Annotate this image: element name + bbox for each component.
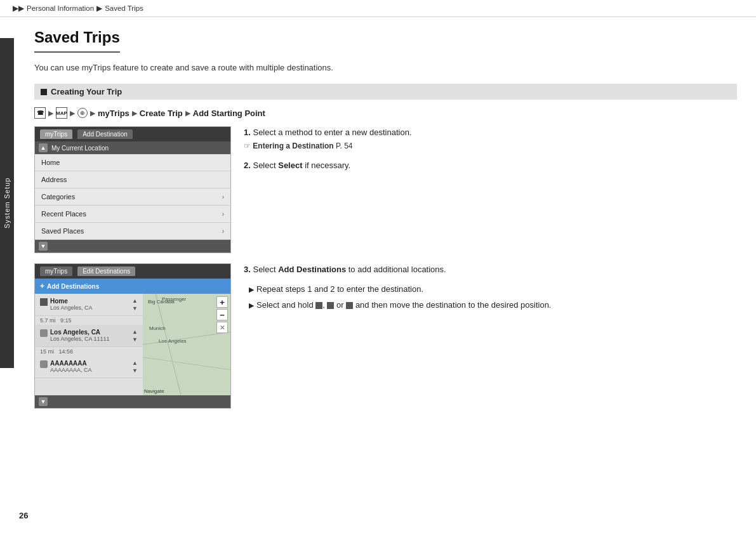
breadcrumb: ▶▶ Personal Information ▶ Saved Trips (0, 0, 756, 17)
nav-mytrips: myTrips (98, 109, 129, 118)
chevron-icon-recent: › (222, 211, 224, 218)
dest-arrow-down-3[interactable]: ▼ (132, 367, 138, 374)
menu-item-categories[interactable]: Categories › (35, 188, 230, 206)
bullet-arrow-2: ▶ (249, 300, 254, 312)
screen-bottom-bar-2: ▼ (35, 395, 230, 408)
map-close-btn[interactable]: ✕ (216, 322, 228, 333)
svg-line-1 (156, 294, 181, 395)
step-3-number: 3. (244, 265, 251, 274)
step-2-text-after: if necessary. (305, 161, 350, 170)
dest-meta-2: 15 mi 14:56 (35, 347, 143, 356)
screen-header-1: myTrips Add Destination (35, 127, 230, 141)
instructions-3: 3. Select Add Destinations to add additi… (244, 263, 737, 409)
dest-side-icons-3: ▲ ▼ (132, 360, 138, 374)
dest-arrow-down-1[interactable]: ▼ (132, 305, 138, 312)
step-3-text-after: to add additional locations. (348, 265, 446, 274)
map-area: Home Los Angeles, CA ▲ ▼ 5.7 mi 9:15 (35, 294, 230, 395)
step-3-bold: Add Destinations (278, 265, 346, 274)
step-3: 3. Select Add Destinations to add additi… (244, 263, 737, 277)
screen-body-1: Home Address Categories › Recent Places … (35, 154, 230, 253)
dest-arrow-up-2[interactable]: ▲ (132, 329, 138, 335)
step-1-text: Select a method to enter a new destinati… (253, 128, 411, 137)
map-icon: MAP (56, 107, 67, 119)
scroll-up-icon[interactable]: ▲ (39, 143, 48, 152)
dest-text-3: AAAAAAAA AAAAAAAA, CA (50, 360, 92, 373)
dest-item-2[interactable]: Los Angeles, CA Los Angeles, CA 11111 ▲ … (35, 325, 143, 347)
add-destinations-label[interactable]: Add Destinations (47, 283, 99, 290)
add-destinations-bar: + Add Destinations (35, 279, 230, 294)
icon-sym-3 (346, 302, 353, 309)
dest-item-1[interactable]: Home Los Angeles, CA ▲ ▼ (35, 294, 143, 316)
section-heading-text: Creating Your Trip (51, 87, 122, 96)
dest-item-3[interactable]: AAAAAAAA AAAAAAAA, CA ▲ ▼ (35, 356, 143, 378)
section-heading: Creating Your Trip (34, 84, 737, 100)
icon-sym-2 (327, 302, 334, 309)
map-btn-group: + − ✕ (216, 296, 228, 333)
dest-side-icons-2: ▲ ▼ (132, 329, 138, 343)
step-2: 2. Select Select if necessary. (244, 159, 737, 173)
tab-mytrips-1[interactable]: myTrips (40, 129, 72, 139)
breadcrumb-arrows: ▶▶ (13, 4, 24, 13)
plus-icon: + (40, 282, 44, 291)
destinations-list: Home Los Angeles, CA ▲ ▼ 5.7 mi 9:15 (35, 294, 143, 395)
page-title: Saved Trips (34, 29, 120, 53)
current-location-label: My Current Location (51, 145, 109, 152)
screen-header-2: myTrips Edit Destinations (35, 264, 230, 279)
svg-line-2 (143, 357, 230, 370)
dest-text-2: Los Angeles, CA Los Angeles, CA 11111 (50, 329, 110, 342)
step-1-ref-page: P. 54 (336, 141, 352, 150)
dest-arrow-down-2[interactable]: ▼ (132, 336, 138, 343)
bullet-text-1: Repeat steps 1 and 2 to enter the destin… (256, 283, 423, 296)
dest-side-icons-1: ▲ ▼ (132, 298, 138, 312)
bullet-2: ▶ Select and hold , or and then move the… (244, 299, 737, 312)
chevron-icon-saved: › (222, 228, 224, 235)
screen-mockup-1: myTrips Add Destination ▲ My Current Loc… (34, 126, 231, 253)
breadcrumb-arrow-1: ▶ (96, 4, 102, 13)
sidebar-label: System Setup (0, 38, 14, 368)
nav-create-trip: Create Trip (140, 109, 183, 118)
search-icon: ⊕ (77, 108, 88, 118)
tab-edit-destinations[interactable]: Edit Destinations (77, 266, 135, 276)
screen-bottom-bar-1: ▼ (35, 240, 230, 253)
bullet-1: ▶ Repeat steps 1 and 2 to enter the dest… (244, 283, 737, 296)
menu-item-address[interactable]: Address (35, 171, 230, 188)
dest-sub-2: Los Angeles, CA 11111 (50, 336, 110, 342)
menu-item-saved-places[interactable]: Saved Places › (35, 223, 230, 240)
dest-meta-1: 5.7 mi 9:15 (35, 316, 143, 325)
dest-title-3: AAAAAAAA (50, 360, 92, 367)
scroll-down-icon[interactable]: ▼ (39, 242, 48, 251)
tab-add-destination[interactable]: Add Destination (77, 129, 133, 139)
bullet-arrow-1: ▶ (249, 284, 254, 296)
menu-item-home[interactable]: Home (35, 154, 230, 171)
dest-arrow-up-3[interactable]: ▲ (132, 360, 138, 366)
phone-icon: ☎ (34, 107, 46, 119)
zoom-out-btn[interactable]: − (216, 309, 228, 320)
nav-add-starting-point: Add Starting Point (193, 109, 265, 118)
step-1-ref: Entering a Destination P. 54 (244, 141, 353, 150)
instructions-1-2: 1. Select a method to enter a new destin… (244, 126, 737, 253)
dest-text-1: Home Los Angeles, CA (50, 298, 93, 311)
map-visual: Big Canada Passenger Munich Los Angeles … (143, 294, 230, 395)
step-2-text-before: Select (253, 161, 278, 170)
dest-arrow-up-1[interactable]: ▲ (132, 298, 138, 304)
content-row-1: myTrips Add Destination ▲ My Current Loc… (34, 126, 737, 253)
menu-item-recent-places[interactable]: Recent Places › (35, 206, 230, 223)
content-row-2: myTrips Edit Destinations + Add Destinat… (34, 263, 737, 409)
svg-line-0 (143, 332, 230, 345)
tab-mytrips-2[interactable]: myTrips (40, 266, 72, 276)
icon-sym-1 (315, 302, 322, 309)
dest-sub-3: AAAAAAAA, CA (50, 367, 92, 373)
screen-top-bar-1: ▲ My Current Location (35, 141, 230, 154)
scroll-down-btn[interactable]: ▼ (39, 397, 48, 406)
breadcrumb-item-1: Personal Information (27, 4, 94, 12)
step-2-bold: Select (278, 161, 302, 170)
dest-title-2: Los Angeles, CA (50, 329, 110, 336)
section-heading-icon (41, 89, 47, 95)
dest-icon-3 (40, 360, 48, 368)
zoom-in-btn[interactable]: + (216, 296, 228, 308)
step-2-number: 2. (244, 161, 251, 170)
dest-icon-2 (40, 329, 48, 337)
step-1: 1. Select a method to enter a new destin… (244, 126, 737, 153)
dest-sub-1: Los Angeles, CA (50, 305, 93, 311)
breadcrumb-item-2: Saved Trips (105, 4, 143, 12)
